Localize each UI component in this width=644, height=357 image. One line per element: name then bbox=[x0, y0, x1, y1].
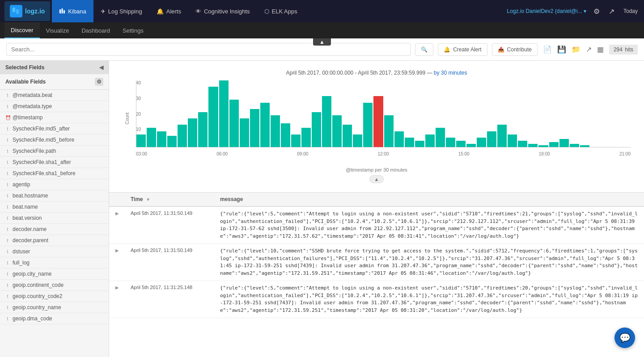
external-link-icon[interactable]: ↗ bbox=[585, 44, 593, 55]
notifications-icon[interactable]: ↗ bbox=[607, 5, 616, 17]
bar-40[interactable] bbox=[549, 142, 559, 147]
bar-22[interactable] bbox=[363, 103, 373, 147]
bar-4[interactable] bbox=[178, 125, 187, 147]
bar-11[interactable] bbox=[250, 109, 259, 147]
nav-elk-apps[interactable]: ⬡ ELK Apps bbox=[257, 4, 305, 18]
bar-15[interactable] bbox=[291, 134, 301, 147]
nav-log-shipping[interactable]: ✈ Log Shipping bbox=[93, 4, 149, 18]
field-item-12[interactable]: tdecoder.name bbox=[0, 224, 109, 235]
field-item-14[interactable]: tdstuser bbox=[0, 246, 109, 257]
bar-30[interactable] bbox=[446, 138, 455, 147]
selected-fields-toggle[interactable]: ◀ bbox=[99, 64, 103, 71]
fields-gear-icon[interactable]: ⚙ bbox=[95, 78, 103, 86]
bar-12[interactable] bbox=[260, 103, 270, 147]
field-item-13[interactable]: tdecoder.parent bbox=[0, 235, 109, 246]
bar-35[interactable] bbox=[497, 125, 507, 147]
bar-20[interactable] bbox=[343, 125, 352, 147]
grid-icon[interactable]: ▦ bbox=[596, 44, 605, 55]
load-icon[interactable]: 💾 bbox=[556, 44, 567, 55]
search-button[interactable]: 🔍 bbox=[415, 43, 433, 56]
bar-7[interactable] bbox=[208, 87, 218, 147]
bar-33[interactable] bbox=[477, 138, 486, 147]
field-item-1[interactable]: t@metadata.type bbox=[0, 101, 109, 112]
expand-cell-2[interactable]: ▶ bbox=[109, 281, 125, 318]
save-icon[interactable]: 📄 bbox=[542, 44, 553, 55]
search-input[interactable] bbox=[6, 43, 411, 56]
collapse-nav-button[interactable]: ▲ bbox=[313, 38, 331, 46]
field-item-15[interactable]: tfull_log bbox=[0, 257, 109, 269]
bar-25[interactable] bbox=[394, 131, 404, 147]
expand-cell-1[interactable]: ▶ bbox=[109, 244, 125, 281]
bar-14[interactable] bbox=[281, 123, 290, 147]
expand-icon-0[interactable]: ▶ bbox=[114, 210, 120, 217]
expand-icon-1[interactable]: ▶ bbox=[114, 247, 120, 254]
settings-icon[interactable]: ⚙ bbox=[592, 5, 602, 17]
bar-37[interactable] bbox=[518, 141, 527, 147]
field-item-19[interactable]: tgeoip.country_name bbox=[0, 302, 109, 313]
today-label[interactable]: Today bbox=[622, 6, 640, 16]
bar-13[interactable] bbox=[271, 115, 280, 147]
field-item-18[interactable]: tgeoip.country_code2 bbox=[0, 291, 109, 302]
bar-24[interactable] bbox=[384, 115, 394, 147]
nav-cognitive-insights[interactable]: 👁 Cognitive Insights bbox=[188, 4, 257, 18]
logo[interactable]: logz.io bbox=[4, 1, 50, 21]
field-item-11[interactable]: tbeat.version bbox=[0, 213, 109, 224]
bar-8[interactable] bbox=[219, 80, 229, 147]
bar-34[interactable] bbox=[487, 131, 496, 147]
bar-27[interactable] bbox=[415, 141, 424, 147]
bar-23[interactable] bbox=[373, 96, 383, 147]
field-item-0[interactable]: t@metadata.beat bbox=[0, 90, 109, 101]
bar-19[interactable] bbox=[332, 115, 342, 147]
expand-cell-0[interactable]: ▶ bbox=[109, 206, 125, 244]
tab-visualize[interactable]: Visualize bbox=[40, 22, 76, 38]
contribute-button[interactable]: 📤 Contribute bbox=[492, 43, 538, 56]
tab-settings[interactable]: Settings bbox=[116, 22, 150, 38]
bar-38[interactable] bbox=[528, 144, 538, 147]
bar-28[interactable] bbox=[425, 134, 435, 147]
bar-16[interactable] bbox=[301, 128, 311, 147]
bar-9[interactable] bbox=[229, 100, 239, 147]
field-item-8[interactable]: tagentip bbox=[0, 179, 109, 190]
kibana-button[interactable]: Kibana bbox=[52, 0, 93, 22]
bar-32[interactable] bbox=[466, 144, 476, 147]
nav-alerts[interactable]: 🔔 Alerts bbox=[149, 4, 188, 18]
collapse-chart-button[interactable]: ▲ bbox=[369, 175, 384, 183]
share-icon[interactable]: 📁 bbox=[571, 44, 581, 55]
bar-3[interactable] bbox=[167, 136, 177, 147]
bar-10[interactable] bbox=[240, 118, 249, 147]
bar-36[interactable] bbox=[508, 134, 517, 147]
bar-29[interactable] bbox=[436, 128, 445, 147]
field-item-6[interactable]: tSyscheckFile.sha1_after bbox=[0, 157, 109, 168]
expand-icon-2[interactable]: ▶ bbox=[114, 284, 120, 291]
field-item-10[interactable]: tbeat.name bbox=[0, 202, 109, 213]
time-column-header[interactable]: Time ▼ bbox=[125, 193, 215, 206]
bar-31[interactable] bbox=[456, 141, 466, 147]
field-item-9[interactable]: tbeat.hostname bbox=[0, 190, 109, 202]
bar-17[interactable] bbox=[312, 112, 321, 147]
bar-43[interactable] bbox=[580, 145, 589, 147]
bar-0[interactable] bbox=[136, 134, 146, 147]
create-alert-button[interactable]: 🔔 Create Alert bbox=[438, 43, 487, 56]
chart-interval-link[interactable]: by 30 minutes bbox=[434, 70, 467, 76]
bar-5[interactable] bbox=[188, 118, 197, 147]
bar-26[interactable] bbox=[405, 138, 414, 147]
field-item-2[interactable]: ⏰@timestamp bbox=[0, 112, 109, 123]
user-account[interactable]: Logz.io DanielDev2 (daniel@i... ▾ bbox=[507, 8, 586, 14]
field-item-5[interactable]: tSyscheckFile.path bbox=[0, 146, 109, 157]
bar-21[interactable] bbox=[353, 134, 362, 147]
tab-dashboard[interactable]: Dashboard bbox=[75, 22, 116, 38]
chat-bubble[interactable]: 💬 bbox=[614, 328, 635, 348]
field-item-20[interactable]: tgeoip.dma_code bbox=[0, 313, 109, 324]
bar-41[interactable] bbox=[559, 139, 569, 147]
field-item-4[interactable]: tSyscheckFile.md5_before bbox=[0, 134, 109, 146]
bar-18[interactable] bbox=[322, 96, 331, 147]
bar-42[interactable] bbox=[570, 144, 579, 147]
field-item-17[interactable]: tgeoip.continent_code bbox=[0, 280, 109, 291]
bar-1[interactable] bbox=[147, 128, 156, 147]
field-item-7[interactable]: tSyscheckFile.sha1_before bbox=[0, 168, 109, 179]
bar-2[interactable] bbox=[157, 131, 166, 147]
bar-6[interactable] bbox=[198, 112, 208, 147]
field-item-3[interactable]: tSyscheckFile.md5_after bbox=[0, 123, 109, 134]
field-item-16[interactable]: tgeoip.city_name bbox=[0, 269, 109, 280]
bar-39[interactable] bbox=[538, 145, 548, 147]
